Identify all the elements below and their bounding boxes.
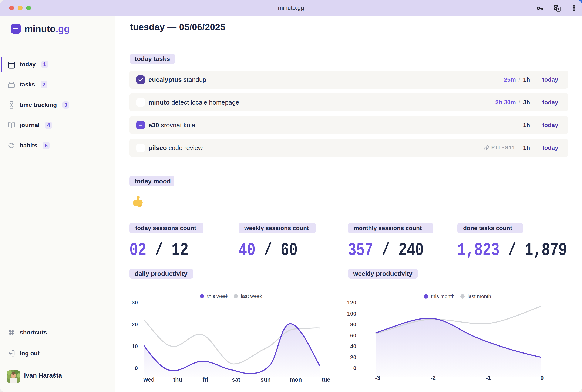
svg-text:10: 10: [132, 343, 138, 350]
svg-text:wed: wed: [143, 376, 155, 383]
svg-text:30: 30: [132, 299, 138, 306]
svg-text:fri: fri: [203, 376, 208, 383]
svg-text:tue: tue: [322, 376, 331, 383]
svg-text:60: 60: [350, 332, 356, 339]
svg-text:120: 120: [347, 299, 356, 306]
svg-text:100: 100: [347, 310, 356, 317]
svg-text:0: 0: [135, 365, 138, 372]
svg-text:40: 40: [350, 343, 356, 350]
svg-text:sun: sun: [260, 376, 271, 383]
svg-text:20: 20: [350, 354, 356, 360]
svg-text:thu: thu: [173, 376, 182, 383]
svg-text:80: 80: [350, 321, 356, 328]
svg-text:0: 0: [540, 375, 543, 381]
svg-text:0: 0: [353, 365, 356, 372]
svg-text:20: 20: [132, 321, 138, 328]
svg-text:sat: sat: [232, 376, 240, 383]
svg-text:mon: mon: [290, 376, 302, 383]
